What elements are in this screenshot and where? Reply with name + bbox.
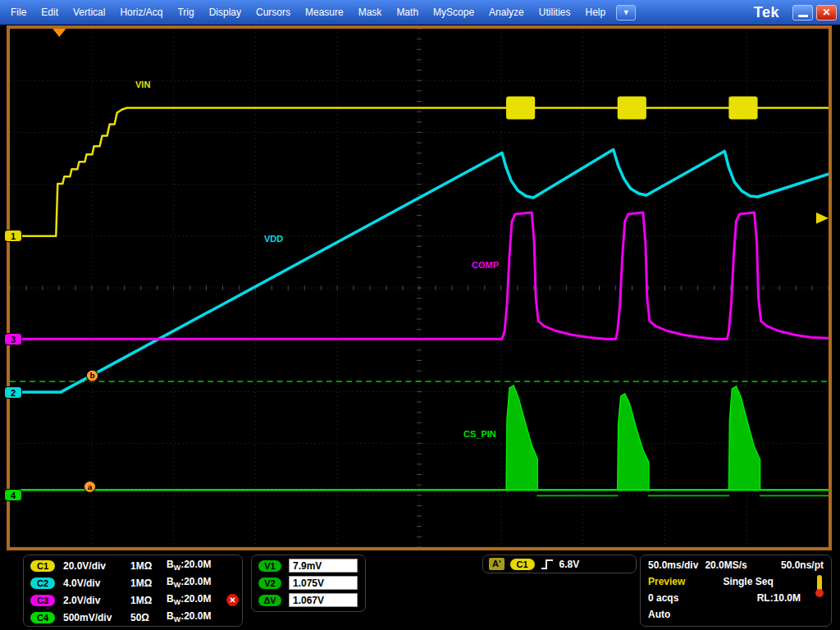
minimize-button[interactable]: [792, 5, 813, 21]
channel3-off-icon[interactable]: ✕: [226, 594, 239, 606]
channel2-bandwidth: BW:20.0M: [167, 576, 212, 589]
channel3-position-marker[interactable]: 3: [4, 333, 22, 345]
menu-display[interactable]: Display: [202, 0, 249, 25]
menu-cursors[interactable]: Cursors: [249, 0, 298, 25]
cursor-v2-value: 1.075V: [289, 576, 358, 590]
menu-horiz-acq[interactable]: Horiz/Acq: [112, 0, 170, 25]
channel1-bandwidth: BW:20.0M: [167, 559, 212, 572]
temperature-icon: [815, 575, 824, 600]
cursor-v2-badge: V2: [258, 578, 281, 589]
channel4-badge[interactable]: C4: [30, 612, 55, 623]
channel1-scale: 20.0V/div: [63, 560, 130, 572]
channel1-impedance: 1MΩ: [130, 560, 167, 572]
close-button[interactable]: ✕: [816, 5, 837, 21]
oscilloscope-screen: File Edit Vertical Horiz/Acq Trig Displa…: [0, 0, 840, 630]
svg-text:a: a: [88, 482, 93, 491]
menu-mask[interactable]: Mask: [351, 0, 390, 25]
trigger-level-value: 6.8V: [559, 559, 580, 570]
record-length: RL:10.0M: [757, 592, 801, 604]
single-seq-status: Single Seq: [723, 576, 773, 587]
cursor-dv-row: ΔV 1.067V: [252, 591, 365, 609]
channel-readouts-panel: C1 20.0V/div 1MΩ BW:20.0M C2 4.0V/div 1M…: [23, 555, 243, 627]
timebase-row: 50.0ms/div 20.0MS/s 50.0ns/pt: [641, 557, 831, 573]
cursor-dv-badge: ΔV: [258, 595, 281, 606]
menu-dropdown-button[interactable]: ▼: [616, 5, 636, 21]
channel2-scale: 4.0V/div: [63, 578, 130, 589]
cursor-v1-value: 7.9mV: [289, 559, 358, 573]
channel4-readout-row: C4 500mV/div 50Ω BW:20.0M: [24, 609, 242, 626]
menu-bar: File Edit Vertical Horiz/Acq Trig Displa…: [0, 0, 840, 25]
menu-trig[interactable]: Trig: [170, 0, 201, 25]
channel1-readout-row: C1 20.0V/div 1MΩ BW:20.0M: [24, 557, 242, 574]
preview-status: Preview: [648, 576, 685, 587]
channel3-scale: 2.0V/div: [63, 595, 130, 606]
graticule-canvas: ba: [10, 29, 829, 547]
channel3-readout-row: C3 2.0V/div 1MΩ BW:20.0M ✕: [24, 591, 242, 609]
trace-label-vdd: VDD: [264, 234, 283, 244]
svg-text:b: b: [89, 372, 94, 381]
channel2-badge[interactable]: C2: [30, 578, 55, 589]
horizontal-readouts-panel: 50.0ms/div 20.0MS/s 50.0ns/pt Preview Si…: [640, 555, 832, 627]
waveform-display: ba VIN VDD COMP CS_PIN 1 3 2 4: [7, 25, 832, 550]
channel1-badge[interactable]: C1: [30, 560, 55, 572]
rising-edge-icon: [541, 559, 554, 570]
channel4-scale: 500mV/div: [63, 612, 130, 623]
channel4-impedance: 50Ω: [130, 612, 167, 623]
acq-mode-row: Preview Single Seq: [641, 573, 831, 590]
cursor-readouts-panel: V1 7.9mV V2 1.075V ΔV 1.067V: [251, 555, 366, 612]
channel1-position-marker[interactable]: 1: [4, 230, 22, 242]
trig-mode-row: Auto: [641, 606, 831, 623]
trigger-mode: Auto: [648, 609, 670, 620]
cursor-v1-badge: V1: [258, 560, 281, 572]
cursor-dv-value: 1.067V: [289, 593, 358, 607]
sample-resolution: 50.0ns/pt: [781, 559, 824, 571]
trigger-source-badge[interactable]: C1: [510, 559, 535, 570]
channel3-badge[interactable]: C3: [30, 595, 55, 606]
trace-label-cs-pin: CS_PIN: [463, 429, 496, 439]
channel4-bandwidth: BW:20.0M: [167, 610, 212, 623]
menu-vertical[interactable]: Vertical: [66, 0, 112, 25]
menu-utilities[interactable]: Utilities: [532, 0, 578, 25]
menu-myscope[interactable]: MyScope: [426, 0, 482, 25]
channel2-impedance: 1MΩ: [130, 578, 167, 589]
channel2-readout-row: C2 4.0V/div 1MΩ BW:20.0M: [24, 574, 242, 591]
menu-help[interactable]: Help: [578, 0, 613, 25]
trigger-a-badge: A': [489, 558, 504, 570]
cursor-v2-row: V2 1.075V: [252, 574, 365, 591]
trace-label-comp: COMP: [472, 260, 499, 270]
channel3-bandwidth: BW:20.0M: [167, 593, 212, 606]
cursor-v1-row: V1 7.9mV: [252, 557, 365, 574]
menu-edit[interactable]: Edit: [34, 0, 66, 25]
chevron-down-icon: ▼: [623, 8, 630, 16]
channel4-position-marker[interactable]: 4: [4, 489, 22, 501]
menu-analyze[interactable]: Analyze: [482, 0, 532, 25]
trigger-readout-panel: A' C1 6.8V: [482, 555, 637, 573]
acq-count-row: 0 acqs RL:10.0M: [641, 590, 831, 606]
channel3-impedance: 1MΩ: [130, 595, 167, 606]
trace-label-vin: VIN: [135, 80, 150, 89]
sample-rate: 20.0MS/s: [705, 559, 746, 571]
tek-logo: Tek: [754, 4, 779, 21]
menu-file[interactable]: File: [3, 0, 34, 25]
menu-math[interactable]: Math: [389, 0, 426, 25]
channel2-position-marker[interactable]: 2: [4, 386, 22, 399]
readout-bar: C1 20.0V/div 1MΩ BW:20.0M C2 4.0V/div 1M…: [0, 550, 840, 630]
menu-measure[interactable]: Measure: [298, 0, 351, 25]
acq-count: 0 acqs: [648, 592, 678, 604]
timebase-scale: 50.0ms/div: [648, 559, 698, 571]
